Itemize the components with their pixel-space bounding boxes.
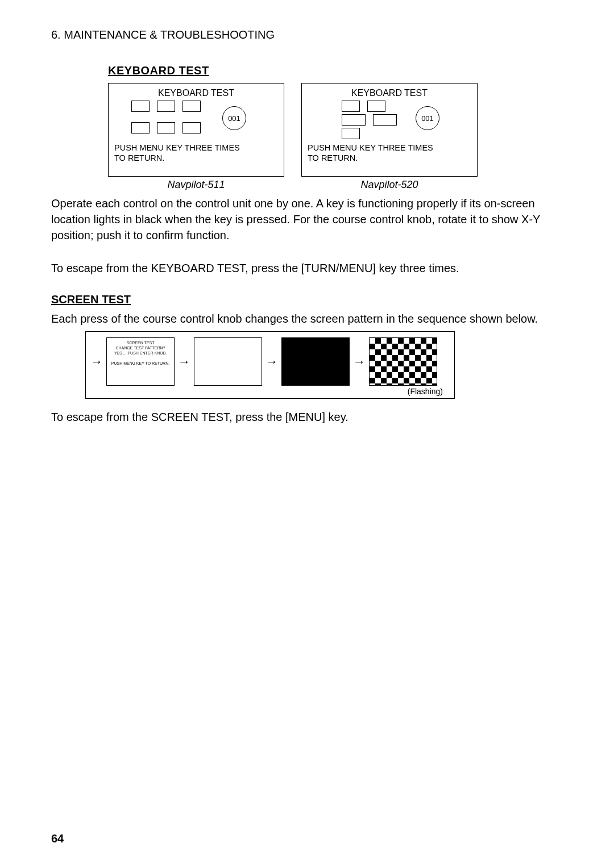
screen-escape-text: To escape from the SCREEN TEST, press th… bbox=[51, 409, 563, 425]
key-rect bbox=[131, 101, 150, 112]
flashing-label: (Flashing) bbox=[90, 387, 443, 396]
knob-value: 001 bbox=[228, 114, 240, 123]
course-knob: 001 bbox=[416, 106, 439, 130]
kb-keys-area: 001 bbox=[308, 101, 471, 140]
st-line2: CHANGE TEST PATTERN? bbox=[116, 346, 165, 350]
kb-instr-line1: PUSH MENU KEY THREE TIMES bbox=[114, 143, 240, 152]
key-rect bbox=[367, 101, 385, 112]
kb-panel-520: KEYBOARD TEST 001 PUSH MENU KEY THREE TI… bbox=[301, 83, 478, 177]
kb-panel-title: KEYBOARD TEST bbox=[114, 88, 278, 98]
kb-keys-area: 001 bbox=[114, 101, 278, 140]
screen-box-text: SCREEN TEST CHANGE TEST PATTERN? YES ...… bbox=[106, 337, 175, 386]
section-title-keyboard: KEYBOARD TEST bbox=[108, 64, 563, 77]
section-title-screen: SCREEN TEST bbox=[51, 293, 563, 306]
key-rect bbox=[157, 122, 175, 133]
screen-intro-text: Each press of the course control knob ch… bbox=[51, 311, 563, 327]
key-rect bbox=[342, 101, 360, 112]
screen-box-black bbox=[281, 337, 350, 386]
arrow-icon: → bbox=[90, 356, 103, 368]
kb-instr-line2: TO RETURN. bbox=[114, 153, 164, 162]
st-line4: PUSH MENU KEY TO RETURN. bbox=[111, 361, 169, 365]
key-rect bbox=[182, 122, 201, 133]
kb-instruction: PUSH MENU KEY THREE TIMES TO RETURN. bbox=[308, 143, 471, 163]
kb-caption-right: Navpilot-520 bbox=[301, 179, 478, 191]
kb-panel-title: KEYBOARD TEST bbox=[308, 88, 471, 98]
arrow-icon: → bbox=[353, 356, 366, 368]
st-line1: SCREEN TEST bbox=[127, 341, 155, 345]
kb-escape-text: To escape from the KEYBOARD TEST, press … bbox=[51, 260, 563, 276]
kb-panel-511: KEYBOARD TEST 001 PUSH MENU KEY THREE TI… bbox=[108, 83, 284, 177]
key-rect bbox=[157, 101, 175, 112]
knob-value: 001 bbox=[421, 114, 434, 123]
st-line3: YES ... PUSH ENTER KNOB. bbox=[114, 351, 167, 355]
screen-box-white bbox=[194, 337, 262, 386]
chapter-header: 6. MAINTENANCE & TROUBLESHOOTING bbox=[51, 28, 563, 41]
kb-caption-left: Navpilot-511 bbox=[108, 179, 284, 191]
course-knob: 001 bbox=[222, 106, 246, 130]
kb-instruction: PUSH MENU KEY THREE TIMES TO RETURN. bbox=[114, 143, 278, 163]
screen-box-checker bbox=[369, 337, 437, 386]
key-rect bbox=[373, 114, 397, 126]
kb-instr-line1: PUSH MENU KEY THREE TIMES bbox=[308, 143, 433, 152]
arrow-icon: → bbox=[178, 356, 190, 368]
key-rect bbox=[131, 122, 150, 133]
document-page: 6. MAINTENANCE & TROUBLESHOOTING KEYBOAR… bbox=[0, 0, 614, 868]
screen-box-inner-text: SCREEN TEST CHANGE TEST PATTERN? YES ...… bbox=[107, 338, 174, 368]
kb-captions: Navpilot-511 Navpilot-520 bbox=[108, 179, 478, 191]
key-rect bbox=[342, 114, 366, 126]
key-rect bbox=[342, 128, 360, 139]
keyboard-test-panels: KEYBOARD TEST 001 PUSH MENU KEY THREE TI… bbox=[108, 83, 563, 177]
kb-instr-line2: TO RETURN. bbox=[308, 153, 358, 162]
screen-test-diagram: → SCREEN TEST CHANGE TEST PATTERN? YES .… bbox=[85, 331, 455, 399]
page-number: 64 bbox=[51, 832, 64, 845]
kb-paragraph: Operate each control on the control unit… bbox=[51, 195, 563, 243]
key-rect bbox=[182, 101, 201, 112]
screen-flow-row: → SCREEN TEST CHANGE TEST PATTERN? YES .… bbox=[90, 337, 450, 386]
arrow-icon: → bbox=[265, 356, 278, 368]
